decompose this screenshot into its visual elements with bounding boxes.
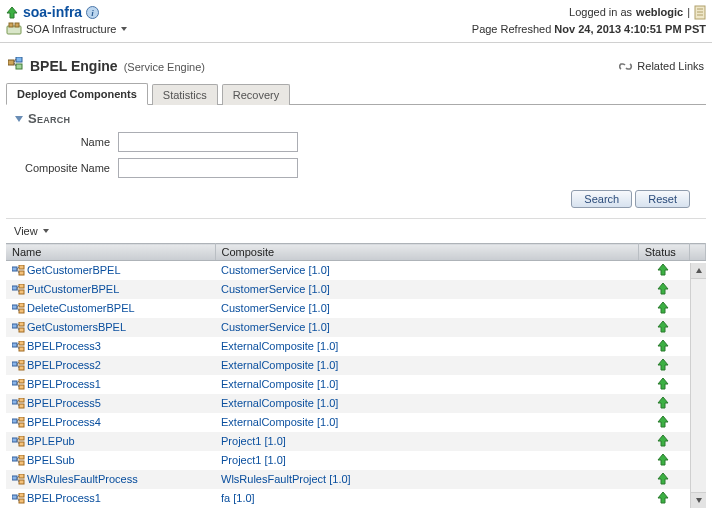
component-name-link[interactable]: WlsRulesFaultProcess <box>27 473 138 485</box>
bpel-component-icon <box>12 493 25 504</box>
status-up-icon <box>657 304 670 316</box>
component-name-link[interactable]: BPELSub <box>27 454 75 466</box>
server-icon[interactable] <box>694 5 706 20</box>
login-separator: | <box>687 6 690 18</box>
page-title-text: soa-infra <box>23 4 82 20</box>
col-name[interactable]: Name <box>6 244 215 261</box>
composite-link[interactable]: WlsRulesFaultProject [1.0] <box>221 473 351 485</box>
tabs: Deployed Components Statistics Recovery <box>6 82 706 105</box>
search-header[interactable]: Search <box>14 111 702 126</box>
related-links[interactable]: Related Links <box>619 60 704 72</box>
login-user: weblogic <box>636 6 683 18</box>
component-name-link[interactable]: BPELProcess5 <box>27 397 101 409</box>
status-up-icon <box>657 342 670 354</box>
bpel-component-icon <box>12 455 25 466</box>
table-row: BPELProcess1fa [1.0] <box>6 489 706 508</box>
link-icon <box>619 60 633 72</box>
soa-infra-menu[interactable]: SOA Infrastructure <box>6 22 128 36</box>
composite-link[interactable]: CustomerService [1.0] <box>221 264 330 276</box>
table-row: PutCustomerBPELCustomerService [1.0] <box>6 280 706 299</box>
composite-link[interactable]: Project1 [1.0] <box>221 454 286 466</box>
composite-link[interactable]: ExternalComposite [1.0] <box>221 416 338 428</box>
soa-infra-label: SOA Infrastructure <box>26 23 116 35</box>
component-name-link[interactable]: GetCustomersBPEL <box>27 321 126 333</box>
table-row: BPLEPubProject1 [1.0] <box>6 432 706 451</box>
composite-link[interactable]: CustomerService [1.0] <box>221 283 330 295</box>
engine-icon <box>8 57 24 71</box>
bpel-component-icon <box>12 284 25 295</box>
view-menu[interactable]: View <box>14 225 50 237</box>
reset-button[interactable]: Reset <box>635 190 690 208</box>
component-name-link[interactable]: BPELProcess2 <box>27 359 101 371</box>
table-row: DeleteCustomerBPELCustomerService [1.0] <box>6 299 706 318</box>
view-label: View <box>14 225 38 237</box>
status-up-icon <box>657 285 670 297</box>
status-up-icon <box>657 456 670 468</box>
tab-statistics[interactable]: Statistics <box>152 84 218 105</box>
bpel-component-icon <box>12 417 25 428</box>
status-up-icon <box>657 380 670 392</box>
table-row: BPELProcess4ExternalComposite [1.0] <box>6 413 706 432</box>
composite-link[interactable]: ExternalComposite [1.0] <box>221 397 338 409</box>
bpel-component-icon <box>12 322 25 333</box>
component-name-link[interactable]: GetCustomerBPEL <box>27 264 121 276</box>
bpel-component-icon <box>12 303 25 314</box>
composite-link[interactable]: ExternalComposite [1.0] <box>221 359 338 371</box>
status-up-icon <box>657 437 670 449</box>
bpel-component-icon <box>12 265 25 276</box>
status-up-icon <box>657 418 670 430</box>
composite-link[interactable]: fa [1.0] <box>221 492 255 504</box>
table-row: BPELProcess5ExternalComposite [1.0] <box>6 394 706 413</box>
component-name-link[interactable]: DeleteCustomerBPEL <box>27 302 135 314</box>
component-name-link[interactable]: PutCustomerBPEL <box>27 283 119 295</box>
composite-link[interactable]: CustomerService [1.0] <box>221 321 330 333</box>
refreshed-ts: Nov 24, 2013 4:10:51 PM PST <box>554 23 706 35</box>
engine-title-text: BPEL Engine <box>30 58 118 74</box>
bpel-component-icon <box>12 436 25 447</box>
tab-deployed-components[interactable]: Deployed Components <box>6 83 148 105</box>
composite-link[interactable]: Project1 [1.0] <box>221 435 286 447</box>
status-up-icon <box>657 399 670 411</box>
composite-name-input[interactable] <box>118 158 298 178</box>
composite-link[interactable]: ExternalComposite [1.0] <box>221 340 338 352</box>
component-name-link[interactable]: BPELProcess3 <box>27 340 101 352</box>
col-composite[interactable]: Composite <box>215 244 638 261</box>
name-label: Name <box>10 136 110 148</box>
composite-link[interactable]: ExternalComposite [1.0] <box>221 378 338 390</box>
col-status[interactable]: Status <box>638 244 689 261</box>
engine-subtitle: (Service Engine) <box>124 61 205 73</box>
table-row: BPELProcess1ExternalComposite [1.0] <box>6 375 706 394</box>
chevron-down-icon <box>42 225 50 237</box>
search-button[interactable]: Search <box>571 190 632 208</box>
collapse-icon <box>14 114 24 124</box>
composite-link[interactable]: CustomerService [1.0] <box>221 302 330 314</box>
name-input[interactable] <box>118 132 298 152</box>
scroll-up-icon[interactable] <box>691 263 706 279</box>
table-row: GetCustomersBPELCustomerService [1.0] <box>6 318 706 337</box>
bpel-component-icon <box>12 474 25 485</box>
status-up-icon <box>657 361 670 373</box>
scrollbar[interactable] <box>690 263 706 508</box>
info-icon[interactable] <box>86 6 99 19</box>
component-name-link[interactable]: BPELProcess1 <box>27 492 101 504</box>
tab-recovery[interactable]: Recovery <box>222 84 290 105</box>
component-name-link[interactable]: BPELProcess4 <box>27 416 101 428</box>
login-info: Logged in as weblogic | <box>569 5 706 20</box>
login-prefix: Logged in as <box>569 6 632 18</box>
infra-icon <box>6 22 22 36</box>
component-name-link[interactable]: BPELProcess1 <box>27 378 101 390</box>
table-row: BPELProcess3ExternalComposite [1.0] <box>6 337 706 356</box>
page-title: soa-infra <box>6 4 99 20</box>
engine-title: BPEL Engine (Service Engine) <box>8 57 205 74</box>
search-title: Search <box>28 111 70 126</box>
component-name-link[interactable]: BPLEPub <box>27 435 75 447</box>
status-up-icon <box>657 494 670 506</box>
composite-name-label: Composite Name <box>10 162 110 174</box>
table-row: BPELSubProject1 [1.0] <box>6 451 706 470</box>
scroll-down-icon[interactable] <box>691 492 706 508</box>
table-row: GetCustomerBPELCustomerService [1.0] <box>6 261 706 280</box>
status-up-icon <box>6 6 19 19</box>
table-row: BPELProcess2ExternalComposite [1.0] <box>6 356 706 375</box>
status-up-icon <box>657 323 670 335</box>
table-row: WlsRulesFaultProcessWlsRulesFaultProject… <box>6 470 706 489</box>
